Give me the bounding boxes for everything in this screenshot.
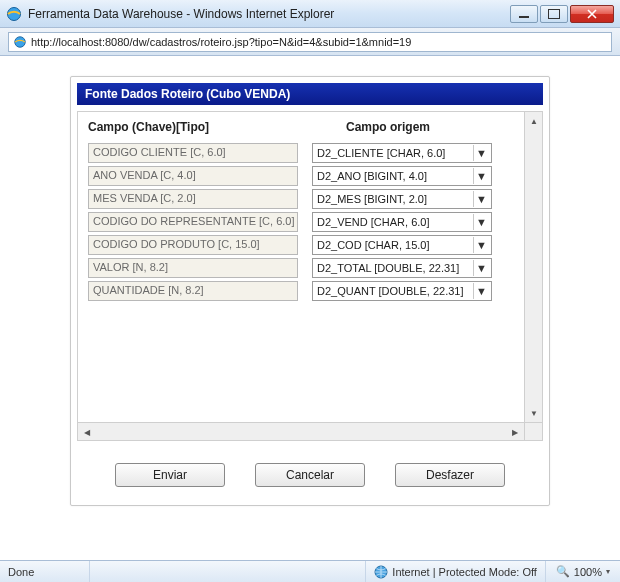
origin-dropdown[interactable]: D2_VEND [CHAR, 6.0] ▼ xyxy=(312,212,492,232)
cancel-button[interactable]: Cancelar xyxy=(255,463,365,487)
dialog-panel: Fonte Dados Roteiro (Cubo VENDA) Campo (… xyxy=(70,76,550,506)
dropdown-value: D2_QUANT [DOUBLE, 22.31] xyxy=(317,285,473,297)
origin-dropdown[interactable]: D2_QUANT [DOUBLE, 22.31] ▼ xyxy=(312,281,492,301)
zone-text: Internet | Protected Mode: Off xyxy=(392,566,537,578)
origin-dropdown[interactable]: D2_CLIENTE [CHAR, 6.0] ▼ xyxy=(312,143,492,163)
window-titlebar: Ferramenta Data Warehouse - Windows Inte… xyxy=(0,0,620,28)
window-maximize-button[interactable] xyxy=(540,5,568,23)
col-header-field: Campo (Chave)[Tipo] xyxy=(88,120,298,134)
globe-icon xyxy=(374,565,388,579)
chevron-down-icon: ▼ xyxy=(473,145,489,161)
dropdown-value: D2_COD [CHAR, 15.0] xyxy=(317,239,473,251)
url-text: http://localhost:8080/dw/cadastros/rotei… xyxy=(31,36,411,48)
scroll-up-icon[interactable]: ▲ xyxy=(525,112,543,130)
dropdown-value: D2_ANO [BIGINT, 4.0] xyxy=(317,170,473,182)
dropdown-value: D2_CLIENTE [CHAR, 6.0] xyxy=(317,147,473,159)
horizontal-scrollbar[interactable]: ◀ ▶ xyxy=(78,422,524,440)
scroll-left-icon[interactable]: ◀ xyxy=(78,423,96,441)
dropdown-value: D2_MES [BIGINT, 2.0] xyxy=(317,193,473,205)
field-readonly: MES VENDA [C, 2.0] xyxy=(88,189,298,209)
column-headers: Campo (Chave)[Tipo] Campo origem xyxy=(88,120,514,140)
zoom-icon: 🔍 xyxy=(556,565,570,578)
dropdown-value: D2_TOTAL [DOUBLE, 22.31] xyxy=(317,262,473,274)
table-row: MES VENDA [C, 2.0] D2_MES [BIGINT, 2.0] … xyxy=(88,189,514,209)
table-row: QUANTIDADE [N, 8.2] D2_QUANT [DOUBLE, 22… xyxy=(88,281,514,301)
vertical-scrollbar[interactable]: ▲ ▼ xyxy=(524,112,542,422)
origin-dropdown[interactable]: D2_COD [CHAR, 15.0] ▼ xyxy=(312,235,492,255)
chevron-down-icon: ▼ xyxy=(473,168,489,184)
field-readonly: VALOR [N, 8.2] xyxy=(88,258,298,278)
table-row: CODIGO DO REPRESENTANTE [C, 6.0] D2_VEND… xyxy=(88,212,514,232)
security-zone: Internet | Protected Mode: Off xyxy=(366,561,546,582)
address-bar: http://localhost:8080/dw/cadastros/rotei… xyxy=(0,28,620,56)
origin-dropdown[interactable]: D2_MES [BIGINT, 2.0] ▼ xyxy=(312,189,492,209)
undo-button[interactable]: Desfazer xyxy=(395,463,505,487)
field-readonly: CODIGO DO PRODUTO [C, 15.0] xyxy=(88,235,298,255)
table-row: ANO VENDA [C, 4.0] D2_ANO [BIGINT, 4.0] … xyxy=(88,166,514,186)
status-bar: Done Internet | Protected Mode: Off 🔍 10… xyxy=(0,560,620,582)
scroll-down-icon[interactable]: ▼ xyxy=(525,404,543,422)
field-readonly: QUANTIDADE [N, 8.2] xyxy=(88,281,298,301)
status-spacer xyxy=(90,561,366,582)
client-area: Fonte Dados Roteiro (Cubo VENDA) Campo (… xyxy=(0,56,620,560)
status-text: Done xyxy=(0,561,90,582)
chevron-down-icon: ▼ xyxy=(473,283,489,299)
window-close-button[interactable] xyxy=(570,5,614,23)
chevron-down-icon: ▼ xyxy=(473,214,489,230)
table-row: CODIGO CLIENTE [C, 6.0] D2_CLIENTE [CHAR… xyxy=(88,143,514,163)
window-minimize-button[interactable] xyxy=(510,5,538,23)
url-input[interactable]: http://localhost:8080/dw/cadastros/rotei… xyxy=(8,32,612,52)
chevron-down-icon: ▾ xyxy=(606,567,610,576)
field-readonly: CODIGO DO REPRESENTANTE [C, 6.0] xyxy=(88,212,298,232)
ie-icon xyxy=(6,6,22,22)
scroll-right-icon[interactable]: ▶ xyxy=(506,423,524,441)
window-title: Ferramenta Data Warehouse - Windows Inte… xyxy=(28,7,510,21)
chevron-down-icon: ▼ xyxy=(473,260,489,276)
field-readonly: ANO VENDA [C, 4.0] xyxy=(88,166,298,186)
page-icon xyxy=(13,35,27,49)
chevron-down-icon: ▼ xyxy=(473,191,489,207)
origin-dropdown[interactable]: D2_TOTAL [DOUBLE, 22.31] ▼ xyxy=(312,258,492,278)
form-scroll-area: Campo (Chave)[Tipo] Campo origem CODIGO … xyxy=(78,112,524,422)
form-container: Campo (Chave)[Tipo] Campo origem CODIGO … xyxy=(77,111,543,441)
dropdown-value: D2_VEND [CHAR, 6.0] xyxy=(317,216,473,228)
scrollbar-corner xyxy=(524,422,542,440)
zoom-control[interactable]: 🔍 100% ▾ xyxy=(546,565,620,578)
origin-dropdown[interactable]: D2_ANO [BIGINT, 4.0] ▼ xyxy=(312,166,492,186)
submit-button[interactable]: Enviar xyxy=(115,463,225,487)
table-row: VALOR [N, 8.2] D2_TOTAL [DOUBLE, 22.31] … xyxy=(88,258,514,278)
table-row: CODIGO DO PRODUTO [C, 15.0] D2_COD [CHAR… xyxy=(88,235,514,255)
col-header-origin: Campo origem xyxy=(298,120,478,134)
action-buttons: Enviar Cancelar Desfazer xyxy=(77,463,543,487)
field-readonly: CODIGO CLIENTE [C, 6.0] xyxy=(88,143,298,163)
chevron-down-icon: ▼ xyxy=(473,237,489,253)
dialog-title: Fonte Dados Roteiro (Cubo VENDA) xyxy=(77,83,543,105)
zoom-value: 100% xyxy=(574,566,602,578)
